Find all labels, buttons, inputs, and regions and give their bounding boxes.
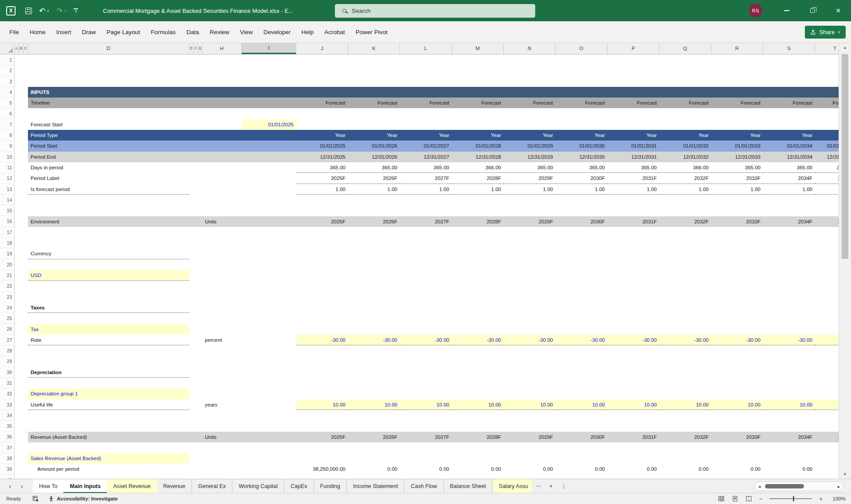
cell-M5[interactable]: Forecast [452, 98, 504, 108]
column-header-S[interactable]: S [763, 43, 815, 54]
cell-N13[interactable]: 1.00 [504, 184, 556, 195]
row-header-22[interactable]: 22 [0, 281, 15, 291]
cell-L5[interactable]: Forecast [400, 98, 452, 108]
cell-D24[interactable]: Taxes [28, 302, 189, 313]
hscroll-left-icon[interactable]: ◂ [758, 484, 761, 489]
cell-L33[interactable]: 10.00 [400, 399, 452, 410]
cell-P39[interactable]: 0.00 [608, 464, 659, 474]
cell-N36[interactable]: 2029F [504, 432, 556, 442]
cell-D39[interactable]: Amount per period [28, 464, 189, 474]
zoom-slider[interactable] [769, 498, 812, 499]
cell-P13[interactable]: 1.00 [608, 184, 659, 195]
cell-O33[interactable]: 10.00 [556, 399, 608, 410]
cell-J11[interactable]: 365.00 [296, 162, 348, 173]
hscroll-right-icon[interactable]: ▸ [838, 484, 840, 489]
column-header-Q[interactable]: Q [659, 43, 711, 54]
row-header-26[interactable]: 26 [0, 324, 15, 334]
cell-P33[interactable]: 10.00 [608, 399, 659, 410]
cell-D12[interactable]: Period Label [28, 173, 189, 184]
ribbon-tab-home[interactable]: Home [24, 21, 51, 43]
cell-R8[interactable]: Year [711, 130, 763, 141]
cell-J36[interactable]: 2025F [296, 432, 348, 442]
cell-T33[interactable]: 10.00 [815, 399, 839, 410]
horizontal-scrollbar-thumb[interactable] [765, 484, 804, 488]
cell-D5[interactable]: Timeline [28, 98, 189, 108]
row-header-17[interactable]: 17 [0, 227, 15, 238]
column-header-R[interactable]: R [711, 43, 763, 54]
close-button[interactable]: ✕ [825, 0, 851, 21]
row-header-19[interactable]: 19 [0, 248, 15, 259]
cell-S9[interactable]: 01/01/2034 [763, 141, 815, 151]
cell-D10[interactable]: Period End [28, 152, 189, 162]
cell-S13[interactable]: 1.00 [763, 184, 815, 195]
cell-P9[interactable]: 01/01/2031 [608, 141, 659, 151]
cell-D27[interactable]: Rate [28, 335, 189, 345]
cell-H27[interactable]: percent [202, 335, 242, 345]
cell-R39[interactable]: 0.00 [711, 464, 763, 474]
ribbon-tab-data[interactable]: Data [181, 21, 204, 43]
column-header-F[interactable]: F [194, 43, 198, 54]
cell-J12[interactable]: 2025F [296, 173, 348, 184]
row-header-35[interactable]: 35 [0, 421, 15, 431]
cell-K8[interactable]: Year [348, 130, 400, 141]
select-all-corner[interactable] [0, 43, 15, 54]
row-header-4[interactable]: 4 [0, 87, 15, 98]
cell-T27[interactable]: -30.00 [815, 335, 839, 345]
row-header-30[interactable]: 30 [0, 367, 15, 378]
cell-P10[interactable]: 12/31/2031 [608, 152, 659, 162]
cell-T36[interactable]: 2035F [815, 432, 839, 442]
cell-P12[interactable]: 2031F [608, 173, 659, 184]
cell-J39[interactable]: 38,250,000.00 [296, 464, 348, 474]
vertical-scrollbar-thumb[interactable] [842, 54, 848, 259]
cell-S39[interactable]: 0.00 [763, 464, 815, 474]
save-icon[interactable] [25, 8, 32, 14]
cell-L11[interactable]: 365.00 [400, 162, 452, 173]
cell-O13[interactable]: 1.00 [556, 184, 608, 195]
column-header-P[interactable]: P [608, 43, 659, 54]
row-header-12[interactable]: 12 [0, 173, 15, 184]
cell-Q33[interactable]: 10.00 [659, 399, 711, 410]
row-header-25[interactable]: 25 [0, 313, 15, 324]
cell-Q12[interactable]: 2032F [659, 173, 711, 184]
cell-T10[interactable]: 12/31/2035 [815, 152, 839, 162]
cell-M12[interactable]: 2028F [452, 173, 504, 184]
cell-J10[interactable]: 12/31/2025 [296, 152, 348, 162]
vertical-scrollbar[interactable]: ▲ ▼ [839, 43, 851, 479]
cell-O12[interactable]: 2030F [556, 173, 608, 184]
undo-chevron-icon[interactable]: ∨ [47, 9, 49, 13]
cell-D21[interactable]: USD [28, 270, 189, 281]
ribbon-tab-acrobat[interactable]: Acrobat [319, 21, 350, 43]
row-header-2[interactable]: 2 [0, 65, 15, 76]
cell-S16[interactable]: 2034F [763, 216, 815, 227]
more-sheets-icon[interactable]: ⋯ [532, 483, 545, 489]
cell-D26[interactable]: Tax [28, 324, 189, 335]
cell-T13[interactable]: 1.00 [815, 184, 839, 195]
cell-S12[interactable]: 2034F [763, 173, 815, 184]
cell-D8[interactable]: Period Type [28, 130, 189, 141]
cell-Q27[interactable]: -30.00 [659, 335, 711, 345]
column-header-I[interactable]: I [242, 43, 296, 54]
search-box[interactable] [335, 4, 535, 18]
cell-P8[interactable]: Year [608, 130, 659, 141]
cell-K11[interactable]: 365.00 [348, 162, 400, 173]
row-header-38[interactable]: 38 [0, 453, 15, 464]
excel-app-icon[interactable]: X [6, 6, 16, 16]
search-input[interactable] [352, 8, 511, 14]
cell-R10[interactable]: 12/31/2033 [711, 152, 763, 162]
cell-R27[interactable]: -30.00 [711, 335, 763, 345]
cell-O11[interactable]: 365.00 [556, 162, 608, 173]
cell-R13[interactable]: 1.00 [711, 184, 763, 195]
cell-Q13[interactable]: 1.00 [659, 184, 711, 195]
cell-R33[interactable]: 10.00 [711, 399, 763, 410]
ribbon-tab-draw[interactable]: Draw [77, 21, 102, 43]
row-header-23[interactable]: 23 [0, 292, 15, 302]
cell-N11[interactable]: 365.00 [504, 162, 556, 173]
cell-R16[interactable]: 2033F [711, 216, 763, 227]
cell-M33[interactable]: 10.00 [452, 399, 504, 410]
cell-D32[interactable]: Depreciation group 1 [28, 388, 189, 399]
column-header-L[interactable]: L [400, 43, 452, 54]
cell-Q8[interactable]: Year [659, 130, 711, 141]
row-header-11[interactable]: 11 [0, 162, 15, 173]
cell-L10[interactable]: 12/31/2027 [400, 152, 452, 162]
cell-N5[interactable]: Forecast [504, 98, 556, 108]
